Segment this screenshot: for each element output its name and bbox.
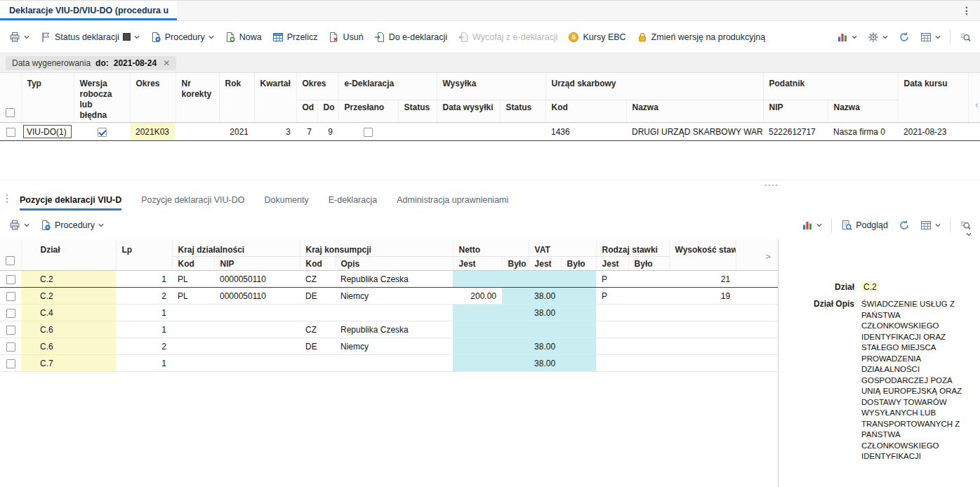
cell-lp[interactable]: 2: [116, 288, 172, 305]
col-header-kd-nip[interactable]: NIP: [214, 257, 300, 271]
checkbox[interactable]: [6, 292, 15, 301]
cell-rs_bylo[interactable]: [628, 305, 669, 321]
cell-expand[interactable]: [736, 305, 778, 321]
cell-kk_opis[interactable]: [335, 355, 453, 372]
col-header-lp[interactable]: Lp: [116, 239, 172, 271]
cell-lp[interactable]: 1: [116, 355, 172, 372]
detail-dzial-opis-value[interactable]: ŚWIADCZENIE USŁUG Z PAŃSTWA CZŁONKOWSKIE…: [861, 299, 968, 462]
cell-netto_bylo[interactable]: [502, 355, 529, 372]
col-header-kd-kod[interactable]: Kod: [172, 257, 214, 271]
cell-wysokosc[interactable]: [669, 355, 736, 372]
position-row[interactable]: C.62DENiemcy38.00: [0, 338, 778, 355]
col-header-przeslano[interactable]: Przesłano: [338, 100, 398, 123]
position-row[interactable]: C.22PL0000050110DENiemcy200.0038.00P19: [0, 288, 778, 305]
cell-wysokosc[interactable]: 19: [669, 288, 736, 305]
cell-kd_nip[interactable]: [214, 338, 300, 355]
cell-rs_jest[interactable]: [596, 305, 628, 321]
col-header-nr-korekty[interactable]: Nr korekty: [176, 73, 219, 123]
cell-kd_nip[interactable]: [214, 305, 300, 321]
col-header-podatnik-nazwa[interactable]: Nazwa: [828, 100, 898, 123]
cell-kk_kod[interactable]: DE: [300, 338, 335, 355]
cell-nip[interactable]: 5222612717: [763, 123, 828, 141]
procedury-button[interactable]: Procedury: [145, 28, 219, 46]
cell-row-checkbox[interactable]: [0, 355, 21, 372]
col-group-vat[interactable]: VAT: [529, 239, 596, 257]
cell-urzad_nazwa[interactable]: DRUGI URZĄD SKARBOWY WARSZA: [626, 123, 763, 141]
checkbox[interactable]: [6, 359, 15, 368]
cell-dzial[interactable]: C.7: [21, 355, 116, 372]
cell-netto_jest[interactable]: [453, 355, 502, 372]
grid-layout-button[interactable]: [915, 28, 946, 46]
section-splitter[interactable]: [0, 180, 980, 189]
cell-wysokosc[interactable]: 21: [669, 271, 736, 288]
checkbox[interactable]: [6, 309, 15, 318]
refresh-button[interactable]: [894, 28, 915, 46]
position-row[interactable]: C.21PL0000050110CZRepublika CzeskaP21: [0, 271, 778, 288]
cell-dzial[interactable]: C.6: [21, 338, 116, 355]
cell-dzial[interactable]: C.6: [21, 321, 116, 338]
cell-kd_nip[interactable]: 0000050110: [214, 288, 300, 305]
podglad-button[interactable]: Podgląd: [836, 216, 893, 234]
position-row[interactable]: C.61CZRepublika Czeska: [0, 321, 778, 338]
col-group-urzad-skarbowy[interactable]: Urząd skarbowy: [545, 73, 763, 100]
col-header-vat-jest[interactable]: Jest: [529, 257, 561, 271]
detail-dzial-value[interactable]: C.2: [861, 282, 879, 292]
col-header-urzad-nazwa[interactable]: Nazwa: [626, 100, 763, 123]
cell-wysokosc[interactable]: [669, 338, 736, 355]
refresh-button[interactable]: [894, 216, 915, 234]
cell-netto_jest[interactable]: [453, 305, 502, 321]
cell-kd_kod[interactable]: [172, 305, 214, 321]
tab-dokumenty[interactable]: Dokumenty: [264, 189, 308, 211]
tab-e-deklaracja[interactable]: E-deklaracja: [329, 189, 377, 211]
cell-data_kursu[interactable]: 2021-08-23: [898, 123, 968, 141]
col-header-kwartal[interactable]: Kwartał: [254, 73, 296, 123]
cell-kk_kod[interactable]: [300, 355, 335, 372]
cell-kwartal[interactable]: 3: [254, 123, 296, 141]
cell-rs_jest[interactable]: [596, 321, 628, 338]
cell-expand[interactable]: [736, 355, 778, 372]
col-header-data-wysylki[interactable]: Data wysyłki: [437, 100, 500, 123]
col-header-status-wysylki[interactable]: Status: [500, 100, 545, 123]
col-header-rodzaj-bylo[interactable]: Było: [628, 257, 669, 271]
settings-gear-button[interactable]: [863, 28, 893, 46]
col-group-rodzaj-stawki[interactable]: Rodzaj stawki: [596, 239, 669, 257]
col-group-wysylka[interactable]: Wysyłka: [437, 73, 545, 100]
cell-okres[interactable]: 2021K03: [130, 123, 176, 141]
cell-kk_kod[interactable]: CZ: [300, 271, 335, 288]
cell-expand[interactable]: [736, 321, 778, 338]
filter-remove-icon[interactable]: ✕: [161, 58, 170, 68]
cell-rs_bylo[interactable]: [628, 338, 669, 355]
col-header-vat-bylo[interactable]: Było: [561, 257, 596, 271]
cell-row-checkbox[interactable]: [0, 271, 21, 288]
col-header-kk-opis[interactable]: Opis: [335, 257, 453, 271]
select-all-checkbox[interactable]: [6, 108, 15, 117]
cell-status_wysylki[interactable]: [500, 123, 545, 141]
select-all-checkbox[interactable]: [6, 256, 15, 265]
col-group-kraj-konsumpcji[interactable]: Kraj konsumpcji: [300, 239, 453, 257]
cell-kd_kod[interactable]: PL: [172, 271, 214, 288]
splitter-grip-icon[interactable]: [765, 185, 767, 186]
cell-nr_korekty[interactable]: [176, 123, 219, 141]
cell-kk_opis[interactable]: [335, 305, 453, 321]
cell-kd_kod[interactable]: [172, 338, 214, 355]
cell-data_wysylki[interactable]: [437, 123, 500, 141]
cell-netto_bylo[interactable]: [502, 288, 529, 305]
cell-rs_bylo[interactable]: [628, 321, 669, 338]
cell-kd_kod[interactable]: [172, 321, 214, 338]
cell-vat_jest[interactable]: 38.00: [529, 338, 561, 355]
position-row[interactable]: C.7138.00: [0, 355, 778, 372]
cell-netto_jest[interactable]: 200.00: [453, 288, 502, 305]
checkbox[interactable]: [6, 275, 15, 284]
cell-expand[interactable]: [736, 271, 778, 288]
cell-netto_jest[interactable]: [453, 338, 502, 355]
print-button[interactable]: [4, 28, 34, 46]
drag-grip-icon[interactable]: [6, 194, 8, 196]
declaration-row[interactable]: VIU-DO(1)2021K0320213791436DRUGI URZĄD S…: [0, 123, 980, 141]
col-header-wersja[interactable]: Wersja robocza lub błędna: [74, 73, 130, 123]
grid-layout-button[interactable]: [915, 216, 946, 234]
cell-do[interactable]: 9: [317, 123, 338, 141]
cell-filler[interactable]: [968, 123, 980, 141]
cell-rs_jest[interactable]: [596, 355, 628, 372]
col-header-od[interactable]: Od: [296, 100, 317, 123]
col-header-data-kursu[interactable]: Data kursu: [898, 73, 968, 123]
